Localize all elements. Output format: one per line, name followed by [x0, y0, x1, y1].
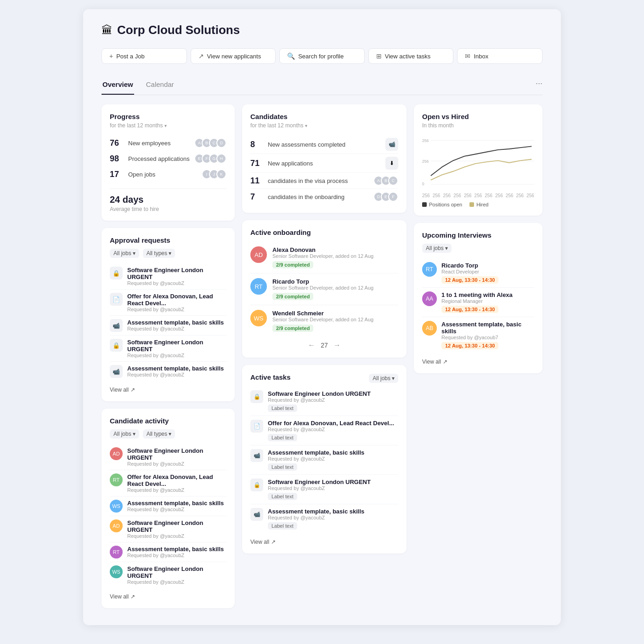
list-item: 🔒 Software Engineer London URGENT Reques… — [110, 336, 226, 362]
approval-filter-types[interactable]: All types ▾ — [143, 249, 175, 258]
inbox-button[interactable]: ✉ Inbox — [457, 48, 542, 64]
list-item: 🔒 Software Engineer London URGENT Reques… — [250, 475, 398, 504]
avatar: AD — [110, 519, 123, 532]
onboarding-list: AD Alexa Donovan Senior Software Develop… — [250, 242, 398, 336]
task-label: Label text — [268, 434, 297, 441]
new-employees-label: New employees — [128, 140, 171, 147]
legend-dot-dark — [422, 202, 427, 207]
download-icon: ⬇ — [385, 157, 398, 170]
chart-x-labels: 256256256256256 256256256256256256 — [422, 193, 534, 198]
interview-name: 1 to 1 meeting with Alexa — [441, 291, 513, 298]
avatar: H — [216, 154, 226, 164]
external-link-icon: ↗ — [443, 359, 447, 365]
task-name: Offer for Alexa Donovan, Lead React Deve… — [268, 420, 394, 427]
progress-row-2: 17 Open jobs I J K — [110, 166, 226, 182]
list-item: 📄 Offer for Alexa Donovan, Lead React De… — [110, 290, 226, 316]
legend-hired: Hired — [469, 202, 488, 207]
assessments-count: 8 — [250, 140, 263, 149]
plus-icon: + — [109, 52, 113, 60]
activity-view-all[interactable]: View all ↗ — [110, 593, 226, 600]
right-column: Open vs Hired In this month 256 256 0 — [414, 104, 542, 373]
list-item: RT Ricardo Torp React Developer 12 Aug, … — [422, 258, 534, 288]
approval-filter-jobs[interactable]: All jobs ▾ — [110, 249, 139, 258]
task-label: Label text — [268, 493, 297, 500]
external-link-icon: ↗ — [271, 539, 276, 545]
interviews-header: Upcoming Interviews — [422, 231, 534, 241]
list-item: WS Software Engineer London URGENT Reque… — [110, 562, 226, 588]
chevron-down-icon: ▾ — [305, 123, 307, 128]
search-profile-button[interactable]: 🔍 Search for profile — [279, 48, 365, 64]
avatar: AB — [422, 321, 437, 336]
list-item: AB Assessment template, basic skills Req… — [422, 317, 534, 353]
task-name: Assessment template, basic skills — [268, 508, 364, 515]
new-employees-count: 76 — [110, 138, 124, 148]
task-label: Label text — [268, 405, 297, 412]
list-item: WS Wendell Schmeier Senior Software Deve… — [250, 305, 398, 336]
list-item: WS Assessment template, basic skills Req… — [110, 496, 226, 516]
approval-view-all[interactable]: View all ↗ — [110, 387, 226, 393]
avatar: RT — [422, 262, 437, 277]
candidates-subtitle[interactable]: for the last 12 months ▾ — [250, 122, 398, 129]
svg-text:256: 256 — [422, 138, 429, 143]
post-job-button[interactable]: + Post a Job — [102, 48, 187, 64]
activity-filter-jobs[interactable]: All jobs ▾ — [110, 429, 139, 439]
list-item: RT Offer for Alexa Donovan, Lead React D… — [110, 470, 226, 496]
applications-count: 71 — [250, 159, 263, 168]
activity-item-name: Software Engineer London URGENT — [127, 447, 226, 461]
more-options-button[interactable]: ··· — [536, 79, 542, 88]
approval-item-req: Requested by @yacoubZ — [127, 280, 226, 286]
list-item: 71 New applications ⬇ — [250, 154, 398, 173]
avatar: D — [216, 138, 226, 148]
activity-item-req: Requested by @yacoubZ — [127, 487, 226, 493]
document-icon: 📄 — [110, 293, 123, 306]
list-item: AD Software Engineer London URGENT Reque… — [110, 516, 226, 542]
approval-list: 🔒 Software Engineer London URGENT Reques… — [110, 263, 226, 381]
list-item: 📄 Offer for Alexa Donovan, Lead React De… — [250, 416, 398, 445]
progress-subtitle[interactable]: for the last 12 months ▾ — [110, 122, 226, 129]
task-req: Requested by @yacoubZ — [268, 515, 364, 520]
tab-calendar[interactable]: Calendar — [145, 77, 175, 95]
activity-filter-types[interactable]: All types ▾ — [143, 429, 175, 439]
chevron-down-icon: ▾ — [133, 250, 136, 256]
activity-item-req: Requested by @yacoubZ — [127, 553, 224, 558]
tasks-view-all[interactable]: View all ↗ — [250, 539, 398, 545]
open-jobs-count: 17 — [110, 170, 124, 179]
interviews-view-all[interactable]: View all ↗ — [422, 359, 534, 365]
middle-column: Candidates for the last 12 months ▾ 8 Ne… — [242, 104, 407, 553]
external-link-icon: ↗ — [130, 593, 135, 600]
interviews-title: Upcoming Interviews — [422, 231, 491, 239]
tab-overview[interactable]: Overview — [102, 77, 134, 95]
avg-time-section: 24 days Average time to hire — [110, 188, 226, 212]
view-tasks-button[interactable]: ⊞ View active tasks — [368, 48, 454, 64]
toolbar: + Post a Job ↗ View new applicants 🔍 Sea… — [102, 48, 542, 64]
chart-legend: Positions open Hired — [422, 202, 534, 207]
candidate-activity-card: Candidate activity All jobs ▾ All types … — [102, 409, 235, 608]
legend-dot-gold — [469, 202, 474, 207]
interviews-filter-jobs[interactable]: All jobs ▾ — [422, 244, 452, 253]
interview-time-badge: 12 Aug, 13:30 - 14:30 — [441, 306, 498, 313]
next-page-button[interactable]: → — [333, 341, 341, 349]
approval-title: Approval requests — [110, 236, 170, 244]
chevron-down-icon: ▾ — [392, 375, 395, 382]
onboarding-title: Active onboarding — [250, 228, 398, 236]
chevron-down-icon: ▾ — [169, 431, 171, 437]
chart-card: Open vs Hired In this month 256 256 0 — [414, 104, 542, 216]
onboard-progress: 2/9 completed — [272, 293, 313, 300]
approval-item-req: Requested by @yacoubZ — [127, 353, 226, 358]
interview-role: Regional Manager — [441, 298, 513, 304]
svg-text:0: 0 — [422, 182, 424, 186]
post-job-label: Post a Job — [116, 53, 144, 60]
task-req: Requested by @yacoubZ — [268, 485, 371, 491]
list-item: 📹 Assessment template, basic skills Requ… — [110, 316, 226, 336]
prev-page-button[interactable]: ← — [308, 341, 315, 349]
list-item: 11 candidates in the visa process A B C — [250, 173, 398, 189]
activity-item-name: Software Engineer London URGENT — [127, 565, 226, 579]
list-item: 8 New assessments completed 📹 — [250, 135, 398, 154]
video-icon: 📹 — [110, 365, 123, 378]
tasks-filter[interactable]: All jobs ▾ — [369, 374, 398, 383]
activity-item-req: Requested by @yacoubZ — [127, 461, 226, 467]
list-item: RT Ricardo Torp Senior Software Develope… — [250, 274, 398, 305]
view-applicants-button[interactable]: ↗ View new applicants — [191, 48, 276, 64]
list-item: AD Software Engineer London URGENT Reque… — [110, 444, 226, 470]
onboard-name: Wendell Schmeier — [272, 310, 373, 317]
